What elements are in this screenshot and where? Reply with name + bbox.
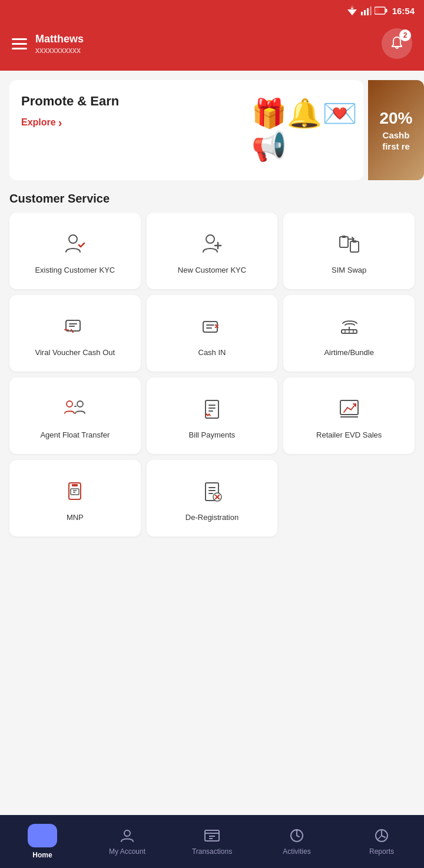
header-left: Matthews xxxxxxxxxxx <box>12 33 84 55</box>
agent-float-label: Agent Float Transfer <box>40 430 110 440</box>
svg-marker-3 <box>351 6 353 6</box>
svg-point-27 <box>77 401 83 407</box>
nav-activities[interactable]: Activities <box>254 815 339 868</box>
menu-button[interactable] <box>12 38 27 49</box>
status-bar: 16:54 <box>0 0 424 21</box>
svg-point-11 <box>69 235 77 243</box>
svg-point-26 <box>67 401 72 407</box>
existing-kyc-label: Existing Customer KYC <box>35 266 115 276</box>
promote-earn-banner[interactable]: Promote & Earn Explore 🎁🔔💌📢 <box>9 80 363 180</box>
nav-home[interactable]: Home <box>0 815 85 868</box>
svg-rect-9 <box>385 9 387 12</box>
home-icon <box>34 826 51 843</box>
reports-label: Reports <box>369 847 394 856</box>
svg-rect-33 <box>72 484 78 486</box>
mnp-label: MNP <box>67 513 84 523</box>
my-account-label: My Account <box>109 847 145 856</box>
notification-button[interactable]: 2 <box>382 28 412 59</box>
svg-rect-5 <box>364 10 366 15</box>
retailer-evd-label: Retailer EVD Sales <box>316 430 382 440</box>
grid-item-agent-float[interactable]: Agent Float Transfer <box>9 377 141 454</box>
status-icons <box>346 6 387 15</box>
time-display: 16:54 <box>392 6 415 16</box>
sim-swap-icon <box>336 229 363 260</box>
svg-rect-20 <box>203 322 217 332</box>
activities-icon <box>289 827 305 844</box>
grid-item-new-kyc[interactable]: New Customer KYC <box>147 213 278 289</box>
cash-in-label: Cash IN <box>198 348 226 358</box>
account-number: xxxxxxxxxxx <box>35 45 84 55</box>
new-kyc-label: New Customer KYC <box>178 266 246 276</box>
grid-item-sim-swap[interactable]: SIM Swap <box>283 213 415 289</box>
bill-payments-label: Bill Payments <box>189 430 236 440</box>
retailer-evd-icon <box>336 394 363 425</box>
grid-item-cash-in[interactable]: Cash IN <box>147 295 278 372</box>
explore-link[interactable]: Explore <box>21 116 352 130</box>
svg-rect-34 <box>71 489 79 495</box>
notification-badge: 2 <box>399 29 411 41</box>
grid-item-bill-payments[interactable]: Bill Payments <box>147 377 278 454</box>
svg-rect-18 <box>353 240 356 243</box>
viral-voucher-label: Viral Voucher Cash Out <box>35 348 115 358</box>
mnp-icon <box>61 476 88 507</box>
activities-label: Activities <box>283 847 310 856</box>
nav-transactions[interactable]: Transactions <box>170 815 254 868</box>
signal-icon <box>361 6 372 15</box>
svg-rect-4 <box>361 12 363 15</box>
agent-float-icon <box>61 394 88 425</box>
svg-line-48 <box>297 836 299 837</box>
svg-rect-10 <box>375 8 379 14</box>
user-name: Matthews <box>35 33 84 45</box>
cashback-line1: Cashb <box>383 130 410 141</box>
viral-voucher-icon <box>61 312 88 342</box>
service-grid: Existing Customer KYC New Customer KYC <box>0 213 424 536</box>
svg-rect-17 <box>350 241 359 252</box>
wifi-icon <box>346 6 358 15</box>
svg-rect-7 <box>370 6 372 15</box>
cashback-banner[interactable]: 20% Cashb first re <box>368 80 424 180</box>
svg-point-12 <box>206 235 214 243</box>
grid-item-de-registration[interactable]: De-Registration <box>147 460 278 536</box>
transactions-label: Transactions <box>192 847 232 856</box>
reports-icon <box>373 827 390 844</box>
customer-service-title: Customer Service <box>0 180 424 213</box>
grid-item-mnp[interactable]: MNP <box>9 460 141 536</box>
bill-payments-icon <box>198 394 226 425</box>
svg-marker-2 <box>350 8 354 9</box>
airtime-icon <box>336 312 363 342</box>
de-registration-icon <box>198 476 226 507</box>
sim-swap-label: SIM Swap <box>332 266 366 276</box>
my-account-icon <box>119 827 135 844</box>
nav-reports[interactable]: Reports <box>339 815 424 868</box>
svg-rect-16 <box>342 236 346 238</box>
grid-item-viral-voucher[interactable]: Viral Voucher Cash Out <box>9 295 141 372</box>
cashback-line2: first re <box>382 141 410 153</box>
svg-rect-29 <box>340 400 358 415</box>
new-kyc-icon <box>198 229 226 260</box>
cash-in-icon <box>198 312 226 342</box>
svg-rect-15 <box>340 237 348 247</box>
banner-section: Promote & Earn Explore 🎁🔔💌📢 20% Cashb fi… <box>0 80 424 180</box>
user-info: Matthews xxxxxxxxxxx <box>35 33 84 55</box>
cashback-percent: 20% <box>379 108 412 129</box>
svg-rect-6 <box>367 8 369 15</box>
grid-item-existing-kyc[interactable]: Existing Customer KYC <box>9 213 141 289</box>
grid-item-retailer-evd[interactable]: Retailer EVD Sales <box>283 377 415 454</box>
bottom-navigation: Home My Account Transactions Activities <box>0 815 424 868</box>
home-label: Home <box>32 851 52 859</box>
airtime-label: Airtime/Bundle <box>324 348 374 358</box>
svg-point-49 <box>296 829 298 831</box>
banner-title: Promote & Earn <box>21 93 352 110</box>
grid-item-airtime[interactable]: Airtime/Bundle <box>283 295 415 372</box>
nav-my-account[interactable]: My Account <box>85 815 170 868</box>
existing-kyc-icon <box>61 229 88 260</box>
svg-point-41 <box>124 830 130 836</box>
transactions-icon <box>203 827 221 844</box>
header: Matthews xxxxxxxxxxx 2 <box>0 21 424 71</box>
de-registration-label: De-Registration <box>186 513 238 523</box>
battery-icon <box>375 6 387 15</box>
